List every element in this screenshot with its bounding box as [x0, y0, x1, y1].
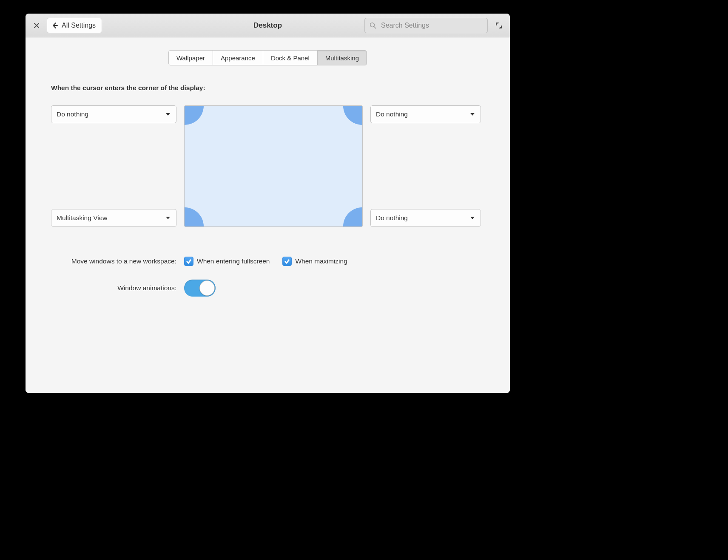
combo-value: Do nothing [376, 110, 408, 118]
checkbox-label: When entering fullscreen [197, 257, 270, 265]
arrow-left-icon [51, 22, 58, 29]
hotcorners-grid: Do nothing Do nothing Multitasking View … [51, 105, 484, 227]
move-windows-label: Move windows to a new workspace: [51, 257, 176, 265]
settings-window: All Settings Desktop Wallpaper Appearanc… [26, 14, 510, 393]
check-icon [284, 258, 290, 264]
preview-corner-tr [343, 105, 363, 125]
hotcorner-bottom-right-select[interactable]: Do nothing [370, 209, 481, 227]
fullscreen-checkbox[interactable]: When entering fullscreen [184, 257, 270, 266]
tab-dock-panel[interactable]: Dock & Panel [263, 50, 318, 65]
search-input[interactable] [380, 21, 483, 30]
search-field[interactable] [364, 18, 488, 33]
tab-label: Dock & Panel [271, 54, 310, 62]
tab-label: Wallpaper [176, 54, 205, 62]
chevron-down-icon [165, 111, 171, 117]
options-grid: Move windows to a new workspace: When en… [51, 257, 484, 297]
content-area: Wallpaper Appearance Dock & Panel Multit… [26, 37, 510, 393]
switch-knob [199, 280, 215, 296]
window-animations-switch[interactable] [184, 280, 216, 297]
tab-wallpaper[interactable]: Wallpaper [168, 50, 213, 65]
chevron-down-icon [469, 215, 475, 221]
close-button[interactable] [31, 20, 42, 31]
tab-label: Appearance [221, 54, 255, 62]
search-icon [369, 22, 377, 29]
combo-value: Do nothing [376, 214, 408, 222]
display-preview [184, 105, 363, 227]
maximize-checkbox[interactable]: When maximizing [282, 257, 347, 266]
maximize-button[interactable] [494, 20, 504, 31]
preview-corner-br [343, 207, 363, 227]
preview-corner-bl [184, 207, 204, 227]
combo-value: Multitasking View [57, 214, 107, 222]
tab-label: Multitasking [325, 54, 359, 62]
tab-bar: Wallpaper Appearance Dock & Panel Multit… [51, 50, 484, 65]
checkbox-box [184, 257, 193, 266]
maximize-icon [495, 22, 502, 29]
preview-corner-tl [184, 105, 204, 125]
hotcorners-heading: When the cursor enters the corner of the… [51, 84, 484, 92]
back-button-label: All Settings [62, 22, 96, 29]
tab-appearance[interactable]: Appearance [213, 50, 263, 65]
hotcorner-bottom-left-select[interactable]: Multitasking View [51, 209, 176, 227]
close-icon [34, 23, 40, 28]
checkbox-box [282, 257, 292, 266]
headerbar: All Settings Desktop [26, 14, 510, 37]
hotcorner-top-right-select[interactable]: Do nothing [370, 105, 481, 123]
back-button[interactable]: All Settings [47, 18, 102, 33]
animations-label: Window animations: [51, 284, 176, 292]
tab-multitasking[interactable]: Multitasking [317, 50, 367, 65]
check-icon [186, 258, 192, 264]
chevron-down-icon [469, 111, 475, 117]
hotcorner-top-left-select[interactable]: Do nothing [51, 105, 176, 123]
chevron-down-icon [165, 215, 171, 221]
combo-value: Do nothing [57, 110, 88, 118]
move-windows-checkbox-row: When entering fullscreen When maximizing [184, 257, 484, 266]
checkbox-label: When maximizing [295, 257, 347, 265]
